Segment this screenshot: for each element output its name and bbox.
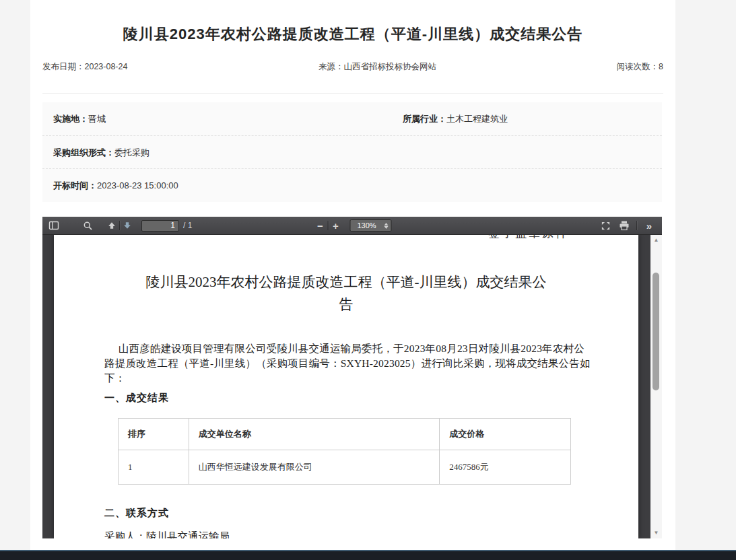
cell-company: 山西华恒远建设发展有限公司 [189, 450, 439, 485]
cell-price: 2467586元 [440, 450, 571, 485]
field-label: 开标时间： [53, 180, 97, 190]
next-page-button[interactable] [120, 218, 135, 233]
header-divider [42, 93, 663, 94]
field-label: 实施地： [53, 114, 88, 124]
page: 陵川县2023年农村公路提质改造工程（平道-川里线）成交结果公告 发布日期：20… [0, 0, 736, 560]
column-header-company: 成交单位名称 [189, 419, 439, 450]
bottom-bar [0, 550, 736, 560]
zoom-out-button[interactable]: − [313, 218, 328, 233]
scroll-down-icon[interactable]: ▼ [650, 530, 662, 536]
arrow-up-icon [107, 221, 116, 230]
field-label: 所属行业： [403, 114, 446, 124]
section-heading-contact: 二、联系方式 [104, 507, 169, 520]
field-value: 委托采购 [114, 147, 149, 158]
field-value: 土木工程建筑业 [446, 114, 508, 124]
more-tools-button[interactable]: » [642, 218, 657, 233]
spinner-icon [384, 223, 389, 229]
previous-page-button[interactable] [104, 218, 119, 233]
minus-icon: − [317, 220, 323, 232]
search-button[interactable] [80, 218, 95, 233]
sidebar-toggle-button[interactable] [46, 218, 61, 233]
chevron-double-right-icon: » [646, 220, 652, 232]
info-row-industry: 所属行业：土木工程建筑业 [403, 102, 508, 135]
page-number-input[interactable] [141, 220, 179, 232]
cell-rank: 1 [119, 450, 189, 485]
pdf-page: 签字盖章原件 陵川县2023年农村公路提质改造工程（平道-川里线）成交结果公告 … [54, 235, 638, 538]
content-card: 陵川县2023年农村公路提质改造工程（平道-川里线）成交结果公告 发布日期：20… [30, 0, 675, 550]
pdf-toolbar: / 1 − + 130% [42, 217, 662, 235]
presentation-mode-button[interactable] [598, 218, 613, 233]
table-row: 1 山西华恒远建设发展有限公司 2467586元 [119, 450, 571, 485]
document-title: 陵川县2023年农村公路提质改造工程（平道-川里线）成交结果公告 [141, 271, 551, 315]
section-heading-result: 一、成交结果 [104, 392, 169, 405]
article-meta: 发布日期：2023-08-24 来源：山西省招标投标协会网站 阅读次数：8 [42, 61, 663, 72]
source: 来源：山西省招标投标协会网站 [319, 61, 436, 73]
print-icon [619, 220, 630, 231]
zoom-in-button[interactable]: + [329, 218, 343, 233]
sidebar-toggle-icon [48, 220, 59, 231]
plus-icon: + [333, 220, 339, 232]
pdf-canvas-area: 签字盖章原件 陵川县2023年农村公路提质改造工程（平道-川里线）成交结果公告 … [42, 235, 662, 538]
zoom-level-select[interactable]: 130% [350, 219, 392, 232]
column-header-rank: 排序 [119, 419, 189, 450]
page-title: 陵川县2023年农村公路提质改造工程（平道-川里线）成交结果公告 [30, 24, 675, 44]
scrollbar-thumb[interactable] [653, 273, 659, 390]
fullscreen-icon [601, 221, 611, 231]
field-value: 晋城 [88, 114, 106, 124]
info-panel: 实施地：晋城 所属行业：土木工程建筑业 采购组织形式：委托采购 开标时间：202… [42, 102, 662, 202]
pdf-viewer: / 1 − + 130% [42, 217, 662, 538]
view-count: 阅读次数：8 [617, 61, 663, 73]
document-paragraph: 山西彦皓建设项目管理有限公司受陵川县交通运输局委托，于2023年08月23日对陵… [104, 341, 591, 386]
award-result-table: 排序 成交单位名称 成交价格 1 山西华恒远建设发展有限公司 2467586元 [118, 418, 571, 485]
clipped-stamp-note: 签字盖章原件 [488, 235, 603, 239]
print-button[interactable] [617, 218, 632, 233]
column-header-price: 成交价格 [440, 419, 571, 450]
publish-date: 发布日期：2023-08-24 [42, 61, 127, 73]
scroll-up-icon[interactable]: ▲ [650, 237, 662, 244]
field-value: 2023-08-23 15:00:00 [97, 180, 178, 190]
info-row-procurement-type: 采购组织形式：委托采购 [42, 135, 662, 168]
toolbar-right-group: » [598, 218, 662, 233]
table-header-row: 排序 成交单位名称 成交价格 [119, 419, 571, 450]
info-row-location: 实施地：晋城 所属行业：土木工程建筑业 [42, 102, 662, 135]
purchaser-line: 采购人：陵川县交通运输局 [104, 530, 230, 538]
arrow-down-icon [123, 221, 132, 230]
info-row-bid-opening-time: 开标时间：2023-08-23 15:00:00 [42, 168, 662, 201]
field-label: 采购组织形式： [53, 147, 114, 158]
pdf-scrollbar[interactable]: ▲ ▼ [650, 235, 662, 538]
zoom-controls: − + 130% [313, 218, 392, 233]
search-icon [83, 221, 93, 231]
page-count-label: / 1 [183, 221, 192, 230]
zoom-level-value: 130% [354, 221, 384, 230]
